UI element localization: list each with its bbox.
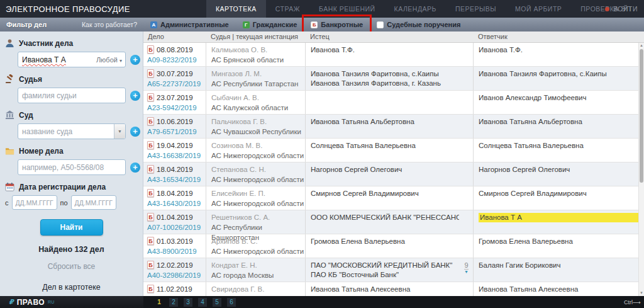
bankruptcy-case-icon: Б — [147, 285, 154, 293]
case-cell: Б 01.03.2019 А43-8900/2019 — [143, 234, 206, 258]
top-header-bar: ЭЛЕКТРОННОЕ ПРАВОСУДИЕ КАРТОТЕКА СТРАЖ Б… — [0, 0, 644, 18]
plaintiff-name: ПАО "МОСКОВСКИЙ КРЕДИТНЫЙ БАНК" — [311, 261, 459, 270]
scrollbar-thumb[interactable] — [640, 49, 643, 183]
how-it-works-link[interactable]: Как это работает? — [82, 21, 137, 28]
judge-name: Архипов В. С. — [211, 237, 305, 246]
table-row[interactable]: Б 23.07.2019 А23-5942/2019 Сыбачин А. В.… — [143, 91, 644, 115]
ctrl-scroll-hint: Ctrl⟶ — [624, 299, 641, 305]
reset-all-link[interactable]: Сбросить все — [0, 262, 143, 271]
administrative-tab-icon: А — [150, 21, 157, 28]
date-from-label: с — [5, 199, 9, 207]
case-date: 30.07.2019 — [157, 70, 193, 77]
plaintiff-name: Солнцева Татьяна Валерьевна — [311, 141, 459, 151]
judge-input[interactable]: фамилия судьи — [18, 88, 126, 103]
case-number-link[interactable]: А43-16430/2019 — [147, 200, 201, 207]
case-number-link[interactable]: А43-16534/2019 — [147, 176, 201, 183]
bankruptcy-case-icon: Б — [147, 237, 154, 245]
judge-cell: Пальчикова Г. В. АС Чувашской Республики — [206, 115, 306, 138]
date-to-input[interactable]: ДД.ММ.ГГГГ — [71, 195, 116, 210]
nav-item-moy-arbitr[interactable]: МОЙ АРБИТР — [506, 0, 571, 18]
tab-administrative[interactable]: А Административные — [143, 18, 236, 31]
participant-role-dropdown[interactable]: Любой ▾ — [96, 56, 122, 64]
add-court-button[interactable]: + — [130, 127, 140, 137]
case-cell: Б 11.02.2019 А45-4130/2019 — [143, 282, 206, 296]
app-title: ЭЛЕКТРОННОЕ ПРАВОСУДИЕ — [6, 4, 130, 14]
page-button-5[interactable]: 5 — [213, 298, 221, 307]
table-row[interactable]: Б 10.06.2019 А79-6571/2019 Пальчикова Г.… — [143, 115, 644, 139]
plaintiff-cell: ООО КОММЕРЧЕСКИЙ БАНК "РЕНЕССАНС КРЕДИТ"… — [306, 210, 474, 234]
page-button-3[interactable]: 3 — [184, 298, 192, 307]
add-judge-button[interactable]: + — [130, 91, 140, 101]
bankruptcy-case-icon: Б — [147, 165, 154, 173]
column-header-plaintiff: Истец — [306, 31, 474, 42]
page-button-2[interactable]: 2 — [169, 298, 178, 307]
case-number-link[interactable]: А65-22737/2019 — [147, 80, 201, 88]
participant-value: Иванова Т А — [22, 55, 66, 64]
case-number-link[interactable]: А79-6571/2019 — [147, 128, 197, 135]
login-button[interactable]: ВОЙТИ — [605, 0, 638, 18]
tab-court-assignments[interactable]: Судебные поручения — [370, 18, 467, 31]
defendant-cell: Нагорнов Сергей Олегович — [474, 163, 644, 186]
table-row[interactable]: Б 19.04.2019 А43-16638/2019 Созинова М. … — [143, 139, 644, 163]
page-button-4[interactable]: 4 — [198, 298, 207, 307]
table-row[interactable]: Б 01.03.2019 А43-8900/2019 Архипов В. С.… — [143, 234, 644, 258]
table-row[interactable]: Б 01.04.2019 А07-10026/2019 Решетников С… — [143, 210, 644, 234]
table-row[interactable]: Б 08.08.2019 A09-8232/2019 Калмыкова О. … — [143, 43, 644, 67]
page-button-6[interactable]: 6 — [227, 298, 236, 307]
court-select[interactable]: название суда ▼ — [18, 123, 126, 139]
add-participant-button[interactable]: + — [130, 55, 140, 65]
defendant-cell: Громова Елена Валерьевна — [474, 234, 644, 258]
case-number-link[interactable]: А23-5942/2019 — [147, 104, 197, 111]
bankruptcy-case-icon: Б — [147, 261, 154, 269]
case-cell: Б 18.04.2019 А43-16534/2019 — [143, 163, 206, 186]
column-header-judge: Судья | текущая инстанция — [206, 31, 306, 42]
defendant-cell: Иванов Александр Тимофеевич — [474, 91, 644, 114]
case-number-input[interactable]: например, А50-5568/08 — [18, 159, 126, 175]
chevron-down-icon: ▼ — [118, 129, 122, 134]
nav-item-kartoteka[interactable]: КАРТОТЕКА — [206, 0, 266, 18]
date-from-input[interactable]: ДД.ММ.ГГГГ — [12, 195, 57, 210]
table-scrollbar[interactable]: ▲ ▼ — [638, 43, 644, 296]
judge-name: Свиридова Г. В. — [211, 285, 305, 294]
court-name: АС Нижегородской области — [211, 198, 305, 208]
defendant-cell: Балаян Гагик Борикович — [474, 258, 644, 282]
judge-name: Кондрат Е. Н. — [211, 261, 305, 270]
case-number-link[interactable]: А43-8900/2019 — [147, 248, 197, 255]
participant-input[interactable]: Иванова Т А Любой ▾ — [18, 52, 126, 67]
table-row[interactable]: Б 30.07.2019 А65-22737/2019 Мингазов Л. … — [143, 67, 644, 91]
nav-item-pereryvy[interactable]: ПЕРЕРЫВЫ — [446, 0, 506, 18]
page-button-1[interactable]: 1 — [155, 298, 164, 307]
tab-bankruptcy[interactable]: Б Банкротные — [304, 18, 370, 31]
plaintiff-name: Смирнов Сергей Владимирович — [311, 189, 459, 198]
nav-item-kalendar[interactable]: КАЛЕНДАРЬ — [385, 0, 446, 18]
nav-item-strazh[interactable]: СТРАЖ — [266, 0, 309, 18]
defendant-name: Солнцева Татьяна Валерьевна — [479, 141, 644, 151]
app-window: ЭЛЕКТРОННОЕ ПРАВОСУДИЕ КАРТОТЕКА СТРАЖ Б… — [0, 0, 644, 308]
case-number-link[interactable]: А40-32986/2019 — [147, 271, 201, 279]
reg-date-field-label: Дата регистрации дела — [5, 182, 143, 191]
judge-name: Сыбачин А. В. — [211, 93, 305, 103]
tab-civil[interactable]: Г Гражданские — [236, 18, 304, 31]
judge-cell: Свиридова Г. В. АС Новосибирской области — [206, 282, 306, 296]
judge-name: Степанова С. Н. — [211, 165, 305, 174]
table-row[interactable]: Б 18.04.2019 А43-16534/2019 Степанова С.… — [143, 163, 644, 186]
scroll-down-icon[interactable]: ▼ — [639, 290, 644, 296]
more-parties-badge[interactable]: 9▼ — [464, 262, 469, 274]
court-name: АС Нижегородской области — [211, 246, 305, 256]
case-number-link[interactable]: А07-10026/2019 — [147, 224, 201, 231]
table-row[interactable]: Б 12.02.2019 А40-32986/2019 Кондрат Е. Н… — [143, 258, 644, 282]
scroll-up-icon[interactable]: ▲ — [639, 43, 644, 48]
court-dropdown-button[interactable]: ▼ — [114, 124, 125, 139]
search-button[interactable]: Найти — [40, 219, 103, 236]
plaintiff-cell: Громова Елена Валерьевна ▼ — [306, 234, 474, 258]
case-date: 10.06.2019 — [157, 118, 193, 125]
folder-icon — [5, 146, 14, 156]
add-case-number-button[interactable]: + — [130, 163, 140, 173]
case-number-link[interactable]: A09-8232/2019 — [147, 56, 197, 64]
nav-item-bank-resheniy[interactable]: БАНК РЕШЕНИЙ — [309, 0, 385, 18]
case-date: 23.07.2019 — [157, 94, 193, 101]
case-cell: Б 01.04.2019 А07-10026/2019 — [143, 210, 206, 234]
table-row[interactable]: Б 18.04.2019 А43-16430/2019 Елисейкин Е.… — [143, 186, 644, 210]
case-number-link[interactable]: А43-16638/2019 — [147, 152, 201, 159]
table-row[interactable]: Б 11.02.2019 А45-4130/2019 Свиридова Г. … — [143, 282, 644, 296]
